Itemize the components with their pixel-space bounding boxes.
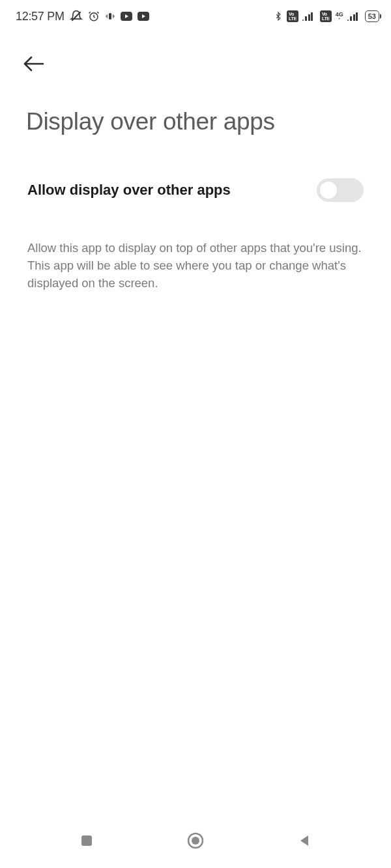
nav-recent-button[interactable] [72,826,101,855]
setting-label: Allow display over other apps [27,182,231,199]
battery-indicator: 53 [365,10,379,22]
back-button[interactable] [22,55,46,73]
volte-badge-sim1: VoLTE [287,10,298,22]
page-title: Display over other apps [0,76,391,135]
signal-bars-sim1 [302,12,316,21]
status-time: 12:57 PM [16,10,65,23]
mute-icon [70,10,83,23]
battery-level: 53 [368,13,376,20]
alarm-icon [88,10,100,22]
nav-bar [0,820,391,868]
status-bar: 12:57 PM VoL [0,0,391,29]
volte-badge-sim2: VoLTE [320,10,332,22]
nav-home-button[interactable] [180,825,211,856]
svg-rect-2 [109,13,111,19]
toggle-knob [320,182,337,199]
svg-point-6 [192,837,199,845]
youtube-icon [138,12,149,21]
allow-display-toggle[interactable] [317,178,364,202]
svg-rect-4 [81,835,92,846]
nav-back-button[interactable] [290,826,319,855]
status-right-cluster: VoLTE VoLTE 4G+ 53 [274,10,379,22]
network-type: 4G+ [336,12,343,20]
youtube-icon [121,12,132,21]
toolbar [0,29,391,76]
bluetooth-icon [274,10,283,22]
setting-row: Allow display over other apps [0,135,391,202]
signal-bars-sim2 [347,12,361,21]
status-left-cluster: 12:57 PM [16,10,149,23]
setting-description: Allow this app to display on top of othe… [0,202,391,292]
vibrate-icon [105,11,115,21]
